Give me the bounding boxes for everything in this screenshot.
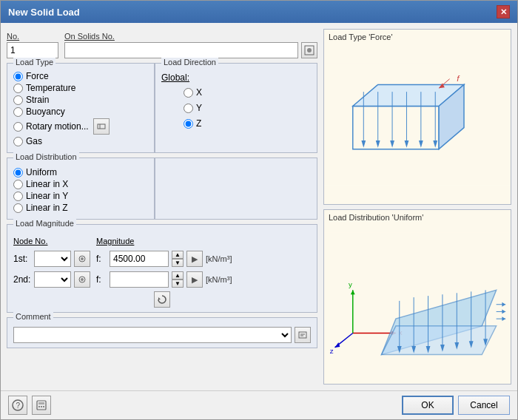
comment-row: [13, 327, 311, 343]
mag-f2-up[interactable]: ▲: [172, 271, 184, 280]
close-button[interactable]: ✕: [497, 5, 510, 18]
dist-linear-x-item: Linear in X: [13, 179, 148, 189]
on-solids-block: On Solids No.: [64, 32, 317, 58]
dist-uniform-label[interactable]: Uniform: [26, 167, 57, 177]
mag-f1-label: f:: [96, 254, 107, 264]
load-type-dir-row: Load Type Force Temperature Strain: [7, 63, 317, 153]
dist-uniform-radio[interactable]: [13, 168, 23, 177]
mag-1st-row: f: ▲ ▼ ▶ [kN/m³]: [96, 250, 232, 268]
dist-uniform-item: Uniform: [13, 167, 148, 177]
refresh-icon: [157, 294, 167, 305]
dist-linear-z-label[interactable]: Linear in Z: [26, 203, 68, 213]
mag-f1-input[interactable]: [110, 251, 169, 267]
calculator-icon: [36, 399, 47, 411]
help-button[interactable]: ?: [8, 396, 27, 415]
cancel-button[interactable]: Cancel: [458, 396, 510, 415]
dist-linear-x-radio[interactable]: [13, 180, 23, 189]
dialog-window: New Solid Load ✕ No. On Solids No.: [0, 0, 518, 420]
dist-linear-y-label[interactable]: Linear in Y: [26, 191, 68, 201]
node-1st-select[interactable]: [34, 251, 71, 267]
svg-point-1: [307, 48, 312, 52]
comment-title: Comment: [13, 312, 53, 321]
on-solids-picker-button[interactable]: [301, 42, 317, 58]
settings-icon: [96, 121, 107, 132]
dir-x-radio[interactable]: [184, 88, 193, 98]
svg-text:z: z: [330, 346, 334, 354]
svg-text:?: ?: [16, 402, 21, 410]
load-type-strain: Strain: [13, 95, 148, 105]
gas-label[interactable]: Gas: [26, 136, 42, 146]
strain-label[interactable]: Strain: [26, 95, 49, 105]
dir-x-item: X: [184, 87, 311, 98]
load-type-temperature: Temperature: [13, 83, 148, 93]
no-input[interactable]: [7, 42, 58, 58]
mag-f2-input[interactable]: [110, 271, 169, 288]
mag-2nd-row: f: ▲ ▼ ▶ [kN/m³]: [96, 271, 232, 288]
gas-radio[interactable]: [13, 137, 23, 146]
rotary-settings-button[interactable]: [93, 118, 110, 135]
node-2nd-label: 2nd:: [13, 274, 31, 285]
rotary-label[interactable]: Rotary motion...: [26, 121, 89, 132]
viz-bottom-canvas: x y z: [324, 225, 511, 385]
buoyancy-radio[interactable]: [13, 107, 23, 117]
load-dist-title: Load Distribution: [13, 152, 79, 161]
temperature-label[interactable]: Temperature: [26, 83, 75, 93]
force-radio[interactable]: [13, 72, 23, 81]
svg-rect-9: [299, 332, 306, 338]
rotary-radio[interactable]: [13, 122, 23, 132]
mag-f2-unit: [kN/m³]: [206, 275, 232, 284]
node-2nd-picker[interactable]: [74, 271, 90, 288]
dir-y-item: Y: [184, 103, 311, 113]
dist-linear-y-item: Linear in Y: [13, 191, 148, 201]
load-mag-title: Load Magnitude: [13, 219, 76, 228]
viz-top-section: Load Type 'Force': [323, 29, 511, 205]
comment-select[interactable]: [13, 327, 292, 343]
dir-z-radio[interactable]: [184, 119, 193, 129]
node-2nd-row: 2nd:: [13, 271, 90, 288]
svg-rect-12: [324, 63, 511, 185]
node-1st-picker[interactable]: [74, 251, 90, 267]
dir-x-label[interactable]: X: [196, 87, 202, 98]
mag-f1-down[interactable]: ▼: [172, 259, 184, 267]
load-type-buoyancy: Buoyancy: [13, 106, 148, 117]
svg-rect-65: [37, 401, 46, 410]
magnitude-grid: Node No. 1st: 2n: [13, 237, 311, 288]
svg-point-7: [81, 278, 84, 281]
svg-point-68: [41, 406, 42, 407]
global-dir: Global: X Y Z: [161, 72, 311, 130]
comment-edit-button[interactable]: [295, 327, 311, 343]
dir-z-label[interactable]: Z: [196, 118, 201, 129]
mag-f2-down[interactable]: ▼: [172, 280, 184, 288]
load-dist-section: Load Distribution Uniform Linear in X: [7, 158, 155, 220]
ok-button[interactable]: OK: [402, 396, 454, 415]
strain-radio[interactable]: [13, 95, 23, 105]
dir-y-label[interactable]: Y: [196, 103, 202, 113]
dir-y-radio[interactable]: [184, 104, 193, 113]
temperature-radio[interactable]: [13, 84, 23, 93]
refresh-button[interactable]: [154, 291, 170, 308]
dist-linear-x-label[interactable]: Linear in X: [26, 179, 68, 189]
picker-icon-2nd: [78, 275, 87, 284]
extra-box: [155, 158, 317, 220]
force-label[interactable]: Force: [26, 71, 49, 81]
mag-f2-arrow[interactable]: ▶: [186, 271, 203, 288]
on-solids-label: On Solids No.: [64, 32, 317, 41]
dir-z-item: Z: [184, 118, 311, 129]
dist-linear-y-radio[interactable]: [13, 192, 23, 201]
mag-f1-arrow[interactable]: ▶: [186, 251, 203, 267]
edit-icon: [297, 330, 308, 340]
viz-bottom-section: Load Distribution 'Uniform' x y z: [323, 209, 511, 385]
on-solids-input[interactable]: [64, 42, 298, 58]
dist-linear-z-radio[interactable]: [13, 203, 23, 213]
mag-f1-up[interactable]: ▲: [172, 251, 184, 259]
svg-point-67: [38, 406, 40, 407]
title-bar: New Solid Load ✕: [1, 1, 517, 23]
right-panel: Load Type 'Force': [323, 29, 511, 385]
node-2nd-select[interactable]: [34, 271, 71, 288]
svg-rect-66: [38, 402, 44, 404]
node-1st-row: 1st:: [13, 250, 90, 268]
calculator-button[interactable]: [32, 396, 51, 415]
buoyancy-label[interactable]: Buoyancy: [26, 106, 65, 117]
picker-icon: [304, 45, 314, 55]
comment-section: Comment: [7, 317, 317, 348]
